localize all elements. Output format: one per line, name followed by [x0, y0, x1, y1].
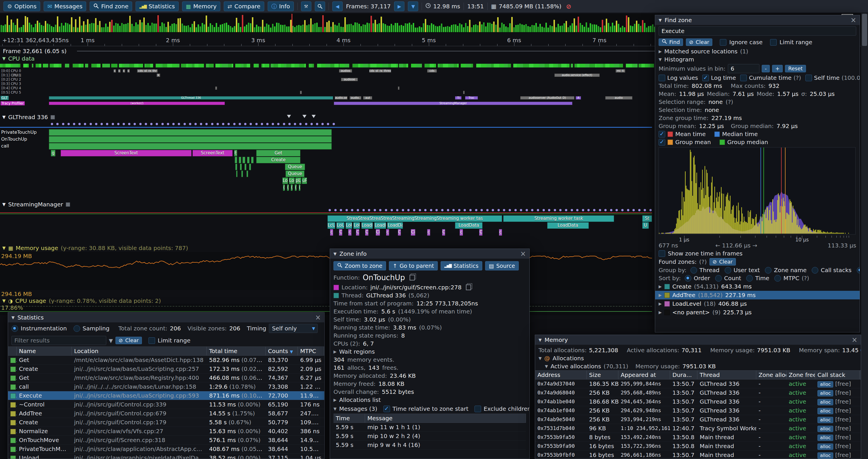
frame-bar[interactable]	[578, 17, 579, 32]
timeline-zone[interactable]	[300, 91, 302, 94]
timeline-zone[interactable]: C	[356, 229, 359, 236]
message-dot[interactable]	[582, 209, 584, 211]
frame-bar[interactable]	[602, 20, 603, 32]
frame-bar[interactable]	[184, 26, 185, 32]
frame-bar[interactable]	[9, 25, 10, 32]
frame-bar[interactable]	[618, 24, 619, 32]
frame-bar[interactable]	[47, 24, 48, 32]
frame-bar[interactable]	[161, 22, 163, 32]
frame-bar[interactable]	[204, 24, 205, 32]
frame-bar[interactable]	[252, 17, 253, 32]
frame-bar[interactable]	[560, 26, 561, 32]
message-dot[interactable]	[486, 209, 489, 211]
frame-bar[interactable]	[576, 26, 577, 32]
frame-bar[interactable]	[567, 27, 569, 32]
timeline-zone[interactable]	[49, 136, 332, 143]
col-total-time[interactable]: Total time	[207, 347, 266, 355]
timeline-zone[interactable]: StreamingManager	[334, 102, 572, 105]
frame-bar[interactable]	[469, 20, 470, 32]
filter-funnel-icon[interactable]: ▼	[109, 337, 113, 343]
frame-bar[interactable]	[626, 15, 627, 32]
frame-bar[interactable]	[628, 17, 629, 32]
frame-bar[interactable]	[11, 20, 12, 32]
frame-bar[interactable]	[391, 24, 392, 32]
frame-bar[interactable]	[151, 23, 153, 32]
expander-icon[interactable]: ▶	[659, 310, 662, 315]
frame-bar[interactable]	[634, 24, 636, 32]
timeline-zone[interactable]: cds	[427, 69, 437, 73]
message-dot[interactable]	[385, 209, 387, 211]
frame-bar[interactable]	[222, 24, 223, 32]
group-mean-checkbox[interactable]	[659, 139, 665, 145]
frame-bar[interactable]	[174, 23, 175, 32]
frame-bar[interactable]	[531, 25, 533, 32]
frame-bar[interactable]	[298, 25, 300, 32]
cpu-usage-header[interactable]: ▼ ◑ CPU usage (y-range: 0.78%, visible d…	[2, 297, 161, 304]
message-marker-icon[interactable]	[312, 115, 316, 118]
frame-bar[interactable]	[359, 24, 360, 32]
sort-by-radio-time[interactable]	[746, 275, 753, 282]
frame-bar[interactable]	[25, 16, 26, 32]
frame-bar[interactable]	[214, 27, 215, 32]
frame-bar[interactable]	[13, 23, 14, 32]
sampling-radio[interactable]	[73, 325, 80, 332]
frame-bar[interactable]	[197, 24, 199, 32]
frame-bar[interactable]	[264, 27, 266, 32]
alloc-callstack-button[interactable]: alloc	[817, 381, 833, 388]
frame-bar[interactable]	[519, 24, 521, 32]
timeline-zone[interactable]: audio.service (effect)	[554, 73, 600, 77]
message-dot[interactable]	[321, 123, 324, 125]
frame-bar[interactable]	[95, 18, 96, 32]
close-icon[interactable]: ×	[315, 314, 321, 321]
frame-bar[interactable]	[127, 23, 129, 32]
frame-bar[interactable]	[336, 26, 338, 32]
col-location[interactable]: Location	[72, 347, 207, 355]
frame-bar[interactable]	[55, 25, 56, 32]
frame-bar[interactable]	[356, 23, 358, 32]
frame-bar[interactable]	[453, 24, 455, 32]
frame-bar[interactable]	[180, 18, 181, 32]
memory-titlebar[interactable]: ▼ Memory ×	[535, 335, 861, 345]
timeline-zone[interactable]	[49, 129, 332, 136]
expander-icon[interactable]: ▼	[659, 57, 662, 62]
memory-usage-header[interactable]: ▼ ▦ Memory usage (y-range: 30.88 KB, vis…	[2, 244, 188, 252]
frame-bar[interactable]	[367, 23, 368, 32]
alloc-callstack-button[interactable]: alloc	[817, 435, 833, 441]
allocation-row[interactable]: 0x7553b9fbf016 bytes296,661,186ns13:50.7…	[535, 451, 861, 459]
message-dot[interactable]	[305, 123, 307, 125]
frame-bar[interactable]	[228, 25, 229, 32]
free-callstack-button[interactable]: [free]	[833, 398, 851, 405]
timeline-zone[interactable]	[242, 157, 245, 163]
frame-bar[interactable]	[346, 24, 348, 32]
message-dot[interactable]	[453, 209, 455, 211]
frame-bar[interactable]	[334, 25, 336, 32]
frame-bar[interactable]	[250, 23, 251, 32]
timeline-zone[interactable]	[215, 87, 217, 90]
timeline-zone[interactable]: A	[576, 96, 581, 100]
message-dot[interactable]	[565, 209, 567, 211]
alloc-callstack-button[interactable]: alloc	[817, 444, 833, 450]
alloc-callstack-button[interactable]: alloc	[817, 426, 833, 432]
message-dot[interactable]	[62, 123, 64, 125]
found-zone-group[interactable]: ▶AddTree(18,542)227.19 ms	[655, 291, 860, 299]
timeline-zone[interactable]	[246, 170, 248, 177]
col-zone-alloc[interactable]: Zone alloc	[756, 370, 786, 379]
frame-bar[interactable]	[556, 27, 557, 32]
group-by-radio-zone-name[interactable]	[765, 267, 772, 273]
timeline-zone[interactable]: LoU	[345, 222, 352, 229]
expander-icon[interactable]: ▶	[659, 284, 662, 289]
timeline-zone[interactable]	[49, 143, 332, 150]
frame-bar[interactable]	[413, 23, 414, 32]
message-dot[interactable]	[194, 123, 197, 125]
timeline-zone[interactable]: audio	[605, 96, 632, 100]
table-row[interactable]: OnTouchMovejni/../jni/src/guif/Screen.cp…	[8, 436, 324, 445]
frame-bar[interactable]	[326, 22, 328, 32]
frame-bar[interactable]	[125, 24, 127, 32]
alloc-callstack-button[interactable]: alloc	[817, 390, 833, 396]
frame-bar[interactable]	[565, 21, 567, 32]
frame-bar[interactable]	[439, 26, 440, 32]
message-dot[interactable]	[503, 209, 505, 211]
message-dot[interactable]	[277, 123, 279, 125]
frame-bar[interactable]	[399, 26, 400, 32]
timeline-zone[interactable]: cds_ol_rx_thr	[137, 69, 158, 73]
